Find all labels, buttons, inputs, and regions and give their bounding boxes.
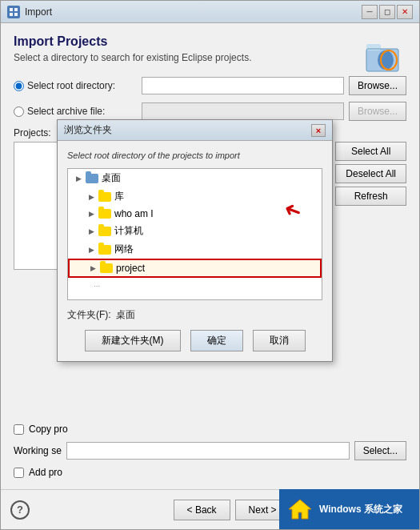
dialog-title-bar: 浏览文件夹 ×: [58, 120, 332, 141]
window-icon: [7, 6, 20, 18]
tree-label-whoami: who am I: [114, 208, 154, 219]
root-dir-label[interactable]: Select root directory:: [14, 80, 142, 91]
svg-rect-0: [10, 8, 13, 11]
svg-rect-2: [10, 13, 13, 16]
whoami-folder-icon: [98, 208, 111, 219]
title-bar: Import ─ ◻ ✕: [1, 1, 419, 23]
help-button[interactable]: ?: [10, 500, 30, 520]
tree-item-computer[interactable]: ▶ 计算机: [68, 222, 322, 240]
dialog-close-button[interactable]: ×: [311, 124, 326, 137]
folder-label: 文件夹(F):: [67, 308, 111, 322]
archive-radio[interactable]: [14, 106, 24, 117]
projects-buttons: Select All Deselect All Refresh: [335, 142, 406, 417]
eclipse-icon: [365, 34, 406, 76]
minimize-button[interactable]: ─: [362, 5, 378, 19]
browse-folder-dialog: 浏览文件夹 × Select root directory of the pro…: [57, 119, 333, 362]
working-sets-row: Working se Select...: [14, 441, 406, 460]
tree-label-ku: 库: [114, 190, 124, 203]
tree-label-computer: 计算机: [114, 224, 143, 238]
file-tree[interactable]: ▶ 桌面 ▶ 库: [67, 168, 322, 300]
windows-logo-text: Windows 系统之家: [319, 503, 402, 516]
project-folder-icon: [100, 263, 113, 274]
restore-button[interactable]: ◻: [379, 5, 395, 19]
tree-toggle-project[interactable]: ▶: [87, 263, 98, 274]
root-dir-radio[interactable]: [14, 81, 24, 91]
tree-label-network: 网络: [114, 243, 134, 256]
svg-rect-5: [366, 44, 381, 50]
page-description: Select a directory to search for existin…: [14, 52, 406, 63]
window-controls: ─ ◻ ✕: [362, 5, 413, 19]
dialog-body: Select root directory of the projects to…: [58, 141, 332, 361]
select-button[interactable]: Select...: [354, 441, 406, 460]
tree-item-project[interactable]: ▶ project: [68, 259, 322, 278]
svg-rect-3: [14, 13, 18, 16]
tree-item-ku[interactable]: ▶ 库: [68, 187, 322, 206]
archive-label[interactable]: Select archive file:: [14, 106, 142, 117]
tree-toggle-computer[interactable]: ▶: [86, 226, 97, 237]
computer-folder-icon: [98, 226, 111, 237]
archive-file-row: Select archive file: Browse...: [14, 102, 406, 121]
root-dir-row: Select root directory: Browse...: [14, 76, 406, 95]
confirm-button[interactable]: 确定: [190, 330, 243, 351]
content-area: Import Projects Select a directory to se…: [1, 23, 419, 489]
svg-rect-1: [14, 8, 18, 11]
dialog-cancel-button[interactable]: 取消: [253, 330, 306, 351]
add-checkbox[interactable]: [14, 468, 24, 478]
page-title: Import Projects: [14, 34, 406, 49]
dialog-buttons: 新建文件夹(M) 确定 取消: [67, 330, 322, 351]
archive-input[interactable]: [142, 102, 344, 120]
tree-item-network[interactable]: ▶ 网络: [68, 240, 322, 259]
root-dir-input[interactable]: [142, 77, 344, 94]
window-title: Import: [25, 6, 362, 18]
dialog-title: 浏览文件夹: [64, 123, 311, 137]
select-all-button[interactable]: Select All: [335, 142, 406, 161]
svg-marker-9: [289, 500, 311, 519]
tree-toggle-ku[interactable]: ▶: [86, 191, 97, 203]
tree-item-more: ...: [68, 278, 322, 290]
working-sets-input[interactable]: [66, 442, 350, 460]
tree-label-desktop: 桌面: [102, 171, 121, 185]
tree-toggle-network[interactable]: ▶: [86, 244, 97, 255]
network-folder-icon: [98, 244, 111, 255]
tree-item-whoami[interactable]: ▶ who am I: [68, 206, 322, 222]
browse-button-1[interactable]: Browse...: [349, 76, 406, 95]
folder-row: 文件夹(F): 桌面: [67, 308, 322, 322]
refresh-button[interactable]: Refresh: [335, 187, 406, 206]
copy-row: Copy pro: [14, 424, 406, 435]
browse-button-2[interactable]: Browse...: [349, 102, 406, 121]
close-button[interactable]: ✕: [397, 5, 413, 19]
add-row: Add pro: [14, 467, 406, 478]
tree-toggle-whoami[interactable]: ▶: [86, 208, 97, 219]
desktop-folder-icon: [86, 173, 98, 184]
main-window: Import ─ ◻ ✕ Import Projects Select a di…: [0, 0, 420, 530]
tree-label-project: project: [116, 263, 145, 274]
tree-toggle-desktop[interactable]: ▶: [73, 173, 84, 184]
tree-item-desktop[interactable]: ▶ 桌面: [68, 169, 322, 187]
copy-checkbox[interactable]: [14, 424, 24, 435]
folder-value: 桌面: [116, 308, 135, 322]
dialog-description: Select root directory of the projects to…: [67, 151, 322, 160]
deselect-all-button[interactable]: Deselect All: [335, 164, 406, 183]
ku-folder-icon: [98, 191, 111, 203]
bottom-bar: ? < Back Next > Finish Cancel Windows 系统…: [1, 489, 419, 529]
windows-logo-bar: Windows 系统之家: [279, 489, 419, 529]
back-button[interactable]: < Back: [174, 500, 230, 520]
windows-icon: [287, 496, 313, 522]
new-folder-button[interactable]: 新建文件夹(M): [85, 330, 181, 351]
